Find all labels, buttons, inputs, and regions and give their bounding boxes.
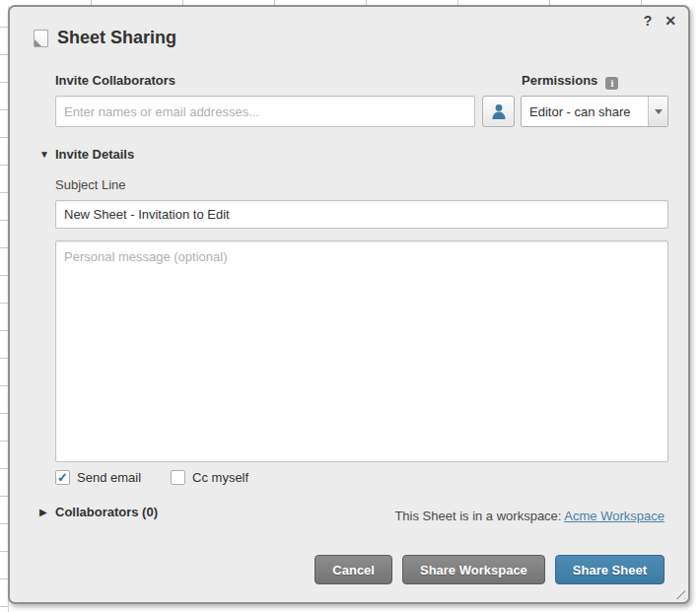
cc-myself-checkbox[interactable] bbox=[171, 470, 185, 485]
triangle-right-icon: ▶ bbox=[39, 507, 55, 517]
email-options-row: ✓ Send email Cc myself bbox=[55, 470, 248, 485]
dropdown-arrow-segment[interactable] bbox=[648, 97, 667, 126]
person-icon bbox=[491, 103, 507, 120]
workspace-note-text: This Sheet is in a workspace: bbox=[394, 509, 564, 523]
workspace-note: This Sheet is in a workspace: Acme Works… bbox=[394, 509, 665, 523]
subject-line-input[interactable] bbox=[55, 200, 668, 229]
dialog-title: Sheet Sharing bbox=[57, 28, 176, 48]
permissions-label: Permissionsi bbox=[522, 73, 618, 90]
workspace-link[interactable]: Acme Workspace bbox=[564, 509, 665, 523]
invite-email-input[interactable] bbox=[55, 96, 475, 127]
permissions-dropdown[interactable]: Editor - can share bbox=[521, 96, 668, 127]
personal-message-textarea[interactable] bbox=[55, 240, 668, 462]
cc-myself-label: Cc myself bbox=[192, 470, 248, 485]
permissions-selected-value: Editor - can share bbox=[522, 104, 648, 119]
dialog-actions: Cancel Share Workspace Share Sheet bbox=[315, 555, 665, 584]
share-sheet-button[interactable]: Share Sheet bbox=[555, 555, 665, 584]
send-email-label: Send email bbox=[77, 470, 141, 485]
invite-details-toggle[interactable]: ▼ Invite Details bbox=[39, 147, 134, 162]
select-contacts-button[interactable] bbox=[482, 96, 515, 127]
sheet-icon bbox=[34, 30, 48, 47]
sheet-sharing-dialog: ? ✕ Sheet Sharing Invite Collaborators P… bbox=[8, 5, 690, 604]
send-email-checkbox[interactable]: ✓ bbox=[55, 470, 70, 485]
permissions-label-text: Permissions bbox=[522, 73, 597, 88]
close-icon[interactable]: ✕ bbox=[662, 12, 679, 30]
share-workspace-button[interactable]: Share Workspace bbox=[402, 555, 545, 584]
collaborators-toggle[interactable]: ▶ Collaborators (0) bbox=[39, 505, 158, 519]
dialog-header: Sheet Sharing bbox=[34, 28, 176, 48]
collaborators-label: Collaborators (0) bbox=[55, 505, 158, 519]
help-icon[interactable]: ? bbox=[639, 12, 657, 30]
invite-collaborators-label: Invite Collaborators bbox=[55, 73, 175, 88]
cancel-button[interactable]: Cancel bbox=[315, 555, 392, 584]
info-icon[interactable]: i bbox=[605, 77, 618, 90]
subject-line-label: Subject Line bbox=[55, 177, 126, 192]
chevron-down-icon bbox=[655, 109, 663, 114]
triangle-down-icon: ▼ bbox=[39, 149, 55, 160]
resize-handle[interactable] bbox=[672, 586, 685, 599]
invite-details-label: Invite Details bbox=[55, 147, 134, 162]
